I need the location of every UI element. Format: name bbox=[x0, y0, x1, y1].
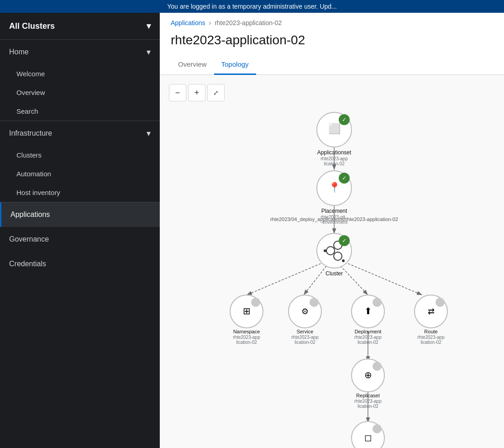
sidebar-item-overview[interactable]: Overview bbox=[0, 83, 160, 102]
home-label: Home bbox=[9, 48, 29, 56]
svg-text:✓: ✓ bbox=[342, 116, 346, 123]
sidebar-item-credentials[interactable]: Credentials bbox=[0, 252, 160, 276]
sidebar-item-clusters[interactable]: Clusters bbox=[0, 146, 160, 164]
svg-text:rhte2023-git..: rhte2023-git.. bbox=[321, 215, 348, 220]
sidebar-item-search[interactable]: Search bbox=[0, 102, 160, 121]
sidebar-item-host-inventory[interactable]: Host inventory bbox=[0, 183, 160, 202]
svg-text:rhte2023-app: rhte2023-app bbox=[354, 335, 382, 340]
zoom-out-icon: − bbox=[175, 88, 180, 98]
svg-text:Replicaset: Replicaset bbox=[356, 393, 379, 398]
sidebar: All Clusters ▾ Home ▾ Welcome Overview S… bbox=[0, 13, 160, 448]
cluster-selector[interactable]: All Clusters ▾ bbox=[0, 13, 160, 40]
svg-text:lication-02: lication-02 bbox=[236, 340, 257, 345]
node-replicaset[interactable]: ⊕ Replicaset rhte2023-app lication-02 bbox=[352, 359, 384, 409]
infrastructure-chevron-icon: ▾ bbox=[147, 128, 151, 138]
fit-view-icon: ⤢ bbox=[213, 89, 219, 96]
zoom-in-button[interactable]: + bbox=[188, 84, 205, 101]
svg-text:lication-02: lication-02 bbox=[420, 340, 441, 345]
svg-text:⬜: ⬜ bbox=[328, 122, 341, 135]
page-title: rhte2023-application-02 bbox=[171, 29, 493, 55]
svg-text:✓: ✓ bbox=[342, 237, 346, 244]
node-route[interactable]: ⇄ Route rhte2023-app lication-02 bbox=[415, 295, 447, 345]
breadcrumb-applications-link[interactable]: Applications bbox=[171, 19, 205, 26]
svg-text:Namespace: Namespace bbox=[233, 329, 260, 334]
home-section: Home ▾ Welcome Overview Search bbox=[0, 40, 160, 121]
node-deployment[interactable]: ⬆ Deployment rhte2023-app lication-02 bbox=[352, 295, 384, 345]
tab-bar: Overview Topology bbox=[171, 55, 493, 74]
edge-cluster-deployment bbox=[338, 263, 368, 295]
fit-view-button[interactable]: ⤢ bbox=[207, 84, 225, 101]
applications-nav-label: Applications bbox=[10, 211, 50, 219]
svg-text:Route: Route bbox=[424, 329, 437, 334]
svg-text:Placement: Placement bbox=[321, 208, 347, 214]
svg-point-46 bbox=[436, 298, 445, 307]
svg-text:📍: 📍 bbox=[328, 181, 341, 194]
breadcrumb: Applications › rhte2023-application-02 bbox=[171, 13, 493, 29]
svg-text:⚙: ⚙ bbox=[301, 307, 309, 316]
svg-text:Applicationset: Applicationset bbox=[317, 149, 352, 156]
svg-point-34 bbox=[310, 298, 319, 307]
svg-point-28 bbox=[251, 298, 260, 307]
home-chevron-icon: ▾ bbox=[147, 47, 151, 57]
breadcrumb-current: rhte2023-application-02 bbox=[215, 19, 282, 26]
svg-text:rhte2023-app: rhte2023-app bbox=[354, 399, 382, 404]
content-header: Applications › rhte2023-application-02 r… bbox=[160, 13, 504, 75]
svg-text:Cluster: Cluster bbox=[326, 270, 343, 277]
cluster-label: All Clusters bbox=[9, 21, 55, 31]
svg-text:-environment: -environment bbox=[321, 220, 348, 225]
zoom-controls: − + ⤢ bbox=[169, 84, 225, 101]
svg-point-58 bbox=[373, 424, 382, 433]
cluster-chevron-icon: ▾ bbox=[147, 21, 151, 31]
svg-text:◻: ◻ bbox=[364, 432, 372, 443]
infrastructure-section-header[interactable]: Infrastructure ▾ bbox=[0, 121, 160, 146]
top-banner: You are logged in as a temporary adminis… bbox=[0, 0, 504, 13]
svg-point-40 bbox=[373, 298, 382, 307]
svg-text:lication-02: lication-02 bbox=[357, 404, 378, 409]
node-namespace[interactable]: ⊞ Namespace rhte2023-app lication-02 bbox=[230, 295, 263, 345]
svg-point-22 bbox=[342, 259, 345, 262]
node-cluster[interactable]: ✓ Cluster bbox=[317, 233, 352, 277]
tab-overview[interactable]: Overview bbox=[171, 55, 214, 75]
svg-text:✓: ✓ bbox=[342, 175, 346, 181]
edge-cluster-service bbox=[304, 263, 329, 295]
svg-text:lication-02: lication-02 bbox=[357, 340, 378, 345]
topology-canvas: − + ⤢ bbox=[160, 75, 504, 448]
svg-text:⊞: ⊞ bbox=[243, 306, 251, 316]
node-pod[interactable]: ◻ Pod rhte2023-app lication-02 bbox=[352, 422, 384, 448]
svg-text:rhte2023-app: rhte2023-app bbox=[233, 335, 260, 340]
infrastructure-section: Infrastructure ▾ Clusters Automation Hos… bbox=[0, 121, 160, 202]
svg-text:⊕: ⊕ bbox=[364, 370, 372, 380]
governance-nav-label: Governance bbox=[9, 235, 49, 243]
sidebar-item-welcome[interactable]: Welcome bbox=[0, 64, 160, 83]
credentials-nav-label: Credentials bbox=[9, 260, 46, 268]
home-section-header[interactable]: Home ▾ bbox=[0, 40, 160, 64]
svg-text:rhte2023-app: rhte2023-app bbox=[417, 335, 445, 340]
svg-text:rhte2023-app: rhte2023-app bbox=[320, 156, 348, 161]
svg-point-52 bbox=[373, 362, 382, 371]
svg-text:⇄: ⇄ bbox=[428, 307, 435, 316]
node-applicationset[interactable]: ⬜ ✓ Applicationset rhte2023-app lication… bbox=[317, 112, 352, 166]
svg-text:lication-02: lication-02 bbox=[324, 161, 345, 166]
sidebar-item-governance[interactable]: Governance bbox=[0, 227, 160, 252]
sidebar-item-applications[interactable]: Applications bbox=[0, 202, 160, 227]
svg-text:rhte2023-app: rhte2023-app bbox=[291, 335, 319, 340]
banner-text: You are logged in as a temporary adminis… bbox=[167, 3, 336, 10]
breadcrumb-separator: › bbox=[209, 19, 211, 26]
zoom-in-icon: + bbox=[194, 88, 200, 98]
node-placement[interactable]: 📍 ✓ Placement rhte2023-git.. -environmen… bbox=[317, 171, 352, 225]
infrastructure-label: Infrastructure bbox=[9, 129, 52, 137]
edge-cluster-namespace bbox=[247, 262, 324, 295]
edge-cluster-route bbox=[345, 262, 422, 295]
svg-point-20 bbox=[324, 249, 326, 252]
svg-text:lication-02: lication-02 bbox=[294, 340, 315, 345]
node-service[interactable]: ⚙ Service rhte2023-app lication-02 bbox=[289, 295, 321, 345]
svg-text:Deployment: Deployment bbox=[355, 329, 382, 334]
topology-svg: rhte2023/04_deploy_applications/rhte2023… bbox=[187, 84, 504, 448]
sidebar-item-automation[interactable]: Automation bbox=[0, 164, 160, 183]
main-content: Applications › rhte2023-application-02 r… bbox=[160, 13, 504, 448]
tab-topology[interactable]: Topology bbox=[214, 55, 256, 75]
svg-text:⬆: ⬆ bbox=[364, 306, 372, 316]
svg-text:Service: Service bbox=[297, 329, 314, 334]
zoom-out-button[interactable]: − bbox=[169, 84, 186, 101]
